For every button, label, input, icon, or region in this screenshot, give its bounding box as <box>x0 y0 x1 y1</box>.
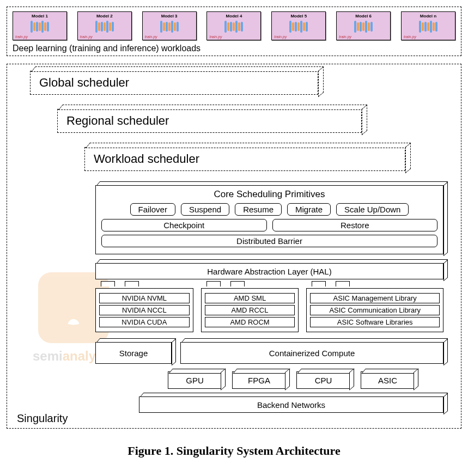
lib-item: ASIC Management Library <box>310 293 440 303</box>
core-primitives-block: Core Scheduling Primitives Failover Susp… <box>95 185 443 254</box>
model-card: Model 2 train.py <box>77 11 132 40</box>
system-label: Singularity <box>17 412 68 425</box>
model-icon <box>274 20 323 34</box>
primitive: Failover <box>130 203 175 216</box>
singularity-panel: Global scheduler Regional scheduler Work… <box>7 64 461 429</box>
asic-libs: ASIC Management Library ASIC Communicati… <box>306 288 443 332</box>
workloads-caption: Deep learning (training and inference) w… <box>13 41 455 53</box>
primitive: Checkpoint <box>101 219 267 231</box>
workloads-panel: Model 1 train.py Model 2 train.py Model … <box>7 7 461 56</box>
lib-item: NVIDIA NVML <box>99 293 190 303</box>
lib-item: AMD SML <box>205 293 295 303</box>
lib-item: AMD RCCL <box>205 305 295 315</box>
model-card: Model 4 train.py <box>206 11 261 40</box>
chips-row: GPU FPGA CPU ASIC <box>139 371 443 389</box>
hal-block: Hardware Abstraction Layer (HAL) <box>95 263 443 279</box>
primitive: Resume <box>235 203 282 216</box>
model-sub: train.py <box>15 35 64 39</box>
backend-networks: Backend Networks <box>139 396 443 413</box>
primitive: Distributed Barrier <box>101 235 437 247</box>
model-icon <box>15 20 64 34</box>
model-card: Model 6 train.py <box>336 11 391 40</box>
lib-item: ASIC Communication Library <box>310 305 440 315</box>
chip: GPU <box>168 371 222 389</box>
model-card: Model 1 train.py <box>13 11 67 40</box>
regional-scheduler: Regional scheduler <box>57 109 362 133</box>
model-card: Model n train.py <box>401 11 455 40</box>
compute-block: Containerized Compute <box>180 342 443 364</box>
amd-libs: AMD SML AMD RCCL AMD ROCM <box>201 288 299 332</box>
model-icon <box>209 20 258 34</box>
chip: ASIC <box>361 371 415 389</box>
model-title: Model 1 <box>15 14 64 19</box>
storage-block: Storage <box>95 342 172 364</box>
model-card: Model 3 train.py <box>142 11 197 40</box>
chip: CPU <box>296 371 351 389</box>
primitive: Migrate <box>287 203 331 216</box>
global-scheduler: Global scheduler <box>30 71 318 95</box>
lib-item: AMD ROCM <box>205 317 295 327</box>
lib-item: NVIDIA CUDA <box>99 317 190 327</box>
model-icon <box>404 20 453 34</box>
primitive: Scale Up/Down <box>336 203 409 216</box>
figure-caption: Figure 1. Singularity System Architectur… <box>7 444 461 458</box>
core-title: Core Scheduling Primitives <box>101 189 437 200</box>
nvidia-libs: NVIDIA NVML NVIDIA NCCL NVIDIA CUDA <box>95 288 193 332</box>
model-card: Model 5 train.py <box>271 11 326 40</box>
model-icon <box>80 20 129 34</box>
model-icon <box>145 20 194 34</box>
primitive: Suspend <box>181 203 229 216</box>
models-row: Model 1 train.py Model 2 train.py Model … <box>13 11 455 40</box>
lib-item: ASIC Software Libraries <box>310 317 440 327</box>
model-icon <box>339 20 388 34</box>
workload-scheduler: Workload scheduler <box>84 147 405 171</box>
chip: FPGA <box>232 371 287 389</box>
lib-item: NVIDIA NCCL <box>99 305 190 315</box>
primitive: Restore <box>272 219 438 231</box>
